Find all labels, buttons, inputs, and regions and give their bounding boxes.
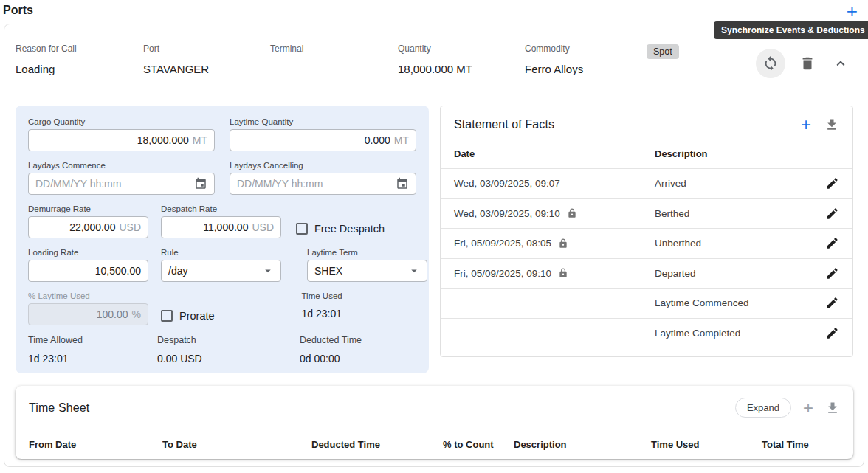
sof-row: Laytime Completed bbox=[441, 318, 852, 348]
laydays-commence-input[interactable]: DD/MM/YY hh:mm bbox=[28, 173, 215, 195]
pct-laytime-used-unit: % bbox=[132, 308, 141, 320]
loading-rate-label: Loading Rate bbox=[28, 248, 148, 257]
deducted-time-value: 0d 00:00 bbox=[300, 353, 416, 365]
pct-laytime-used-field: % Laytime Used 100.00 % bbox=[28, 291, 148, 325]
collapse-port-button[interactable] bbox=[830, 49, 852, 78]
event-date: Wed, 03/09/2025, 09:07 bbox=[454, 178, 560, 189]
calendar-icon[interactable] bbox=[396, 177, 409, 190]
demurrage-rate-value: 22,000.00 bbox=[69, 221, 115, 233]
event-date: Fri, 05/09/2025, 08:05 bbox=[454, 238, 551, 249]
edit-event-button[interactable] bbox=[825, 236, 839, 250]
column-header-deducted-time: Deducted Time bbox=[311, 439, 443, 450]
cargo-quantity-unit: MT bbox=[193, 134, 207, 146]
field-value: 18,000.000 MT bbox=[398, 63, 472, 75]
sync-tooltip: Synchronize Events & Deductions bbox=[714, 21, 868, 39]
field-commodity: Commodity Ferro Alloys bbox=[525, 44, 583, 75]
column-header-description: Description bbox=[655, 148, 708, 159]
field-value: Ferro Alloys bbox=[525, 63, 583, 75]
field-value: STAVANGER bbox=[143, 63, 209, 75]
despatch-label: Despatch bbox=[157, 335, 274, 345]
sof-row: Fri, 05/09/2025, 08:05 Unberthed bbox=[441, 228, 852, 258]
prorate-label[interactable]: Prorate bbox=[179, 310, 215, 322]
field-label: Reason for Call bbox=[16, 44, 77, 54]
deducted-time-field: Deducted Time 0d 00:00 bbox=[300, 335, 416, 365]
add-timesheet-row-button[interactable]: + bbox=[803, 401, 813, 415]
cargo-quantity-label: Cargo Quantity bbox=[28, 117, 215, 126]
laytime-term-label: Laytime Term bbox=[307, 248, 427, 257]
statement-of-facts-panel: Statement of Facts + Date Description We… bbox=[440, 106, 853, 357]
column-header-pct-to-count: % to Count bbox=[443, 439, 514, 450]
despatch-rate-input[interactable]: 11,000.00 USD bbox=[161, 216, 281, 238]
event-description: Laytime Completed bbox=[655, 328, 740, 339]
time-used-field: Time Used 1d 23:01 bbox=[302, 291, 417, 325]
caret-down-icon bbox=[407, 264, 421, 277]
despatch-rate-unit: USD bbox=[252, 221, 274, 233]
free-despatch-checkbox[interactable]: Free Despatch bbox=[296, 204, 385, 238]
checkbox-icon[interactable] bbox=[296, 223, 308, 235]
port-card: Reason for Call Loading Port STAVANGER T… bbox=[4, 24, 864, 467]
expand-button[interactable]: Expand bbox=[735, 398, 791, 418]
trash-icon bbox=[799, 55, 816, 72]
statement-of-facts-title: Statement of Facts bbox=[454, 118, 554, 131]
edit-event-button[interactable] bbox=[825, 176, 839, 190]
loading-rate-field: Loading Rate 10,500.00 bbox=[28, 248, 148, 282]
spot-badge: Spot bbox=[647, 44, 679, 59]
laytime-quantity-unit: MT bbox=[394, 134, 409, 146]
time-sheet-panel: Time Sheet Expand + From Date To Date De… bbox=[16, 386, 853, 459]
field-quantity: Quantity 18,000.000 MT bbox=[398, 44, 472, 75]
rule-label: Rule bbox=[161, 248, 281, 257]
delete-port-button[interactable] bbox=[793, 49, 822, 78]
laydays-cancelling-input[interactable]: DD/MM/YY hh:mm bbox=[230, 173, 416, 195]
column-header-time-used: Time Used bbox=[651, 439, 762, 450]
prorate-checkbox[interactable]: Prorate bbox=[161, 291, 276, 325]
download-icon[interactable] bbox=[825, 401, 840, 415]
laydays-commence-label: Laydays Commence bbox=[28, 161, 215, 170]
add-port-button[interactable]: + bbox=[847, 0, 858, 22]
demurrage-rate-input[interactable]: 22,000.00 USD bbox=[28, 216, 148, 238]
edit-event-button[interactable] bbox=[825, 326, 839, 340]
event-description: Arrived bbox=[655, 178, 686, 189]
event-date: Fri, 05/09/2025, 09:10 bbox=[454, 268, 551, 279]
laytime-term-value: SHEX bbox=[314, 265, 342, 277]
despatch-field: Despatch 0.00 USD bbox=[157, 335, 274, 365]
demurrage-rate-label: Demurrage Rate bbox=[28, 204, 148, 213]
edit-event-button[interactable] bbox=[825, 266, 839, 280]
free-despatch-label[interactable]: Free Despatch bbox=[314, 223, 385, 235]
rule-field: Rule /day bbox=[161, 248, 281, 282]
laytime-term-select[interactable]: SHEX bbox=[307, 260, 427, 282]
rule-select[interactable]: /day bbox=[161, 260, 281, 282]
time-used-label: Time Used bbox=[302, 291, 417, 300]
column-header-from-date: From Date bbox=[29, 439, 162, 450]
laydays-cancelling-placeholder: DD/MM/YY hh:mm bbox=[237, 178, 323, 190]
event-date: Wed, 03/09/2025, 09:10 bbox=[454, 208, 560, 219]
column-header-date: Date bbox=[454, 148, 655, 159]
sof-row: Laytime Commenced bbox=[441, 288, 852, 318]
time-allowed-label: Time Allowed bbox=[28, 335, 145, 345]
add-event-button[interactable]: + bbox=[801, 117, 811, 132]
sync-events-button[interactable] bbox=[756, 49, 785, 78]
event-description: Unberthed bbox=[655, 238, 701, 249]
loading-rate-input[interactable]: 10,500.00 bbox=[28, 260, 148, 282]
laydays-commence-placeholder: DD/MM/YY hh:mm bbox=[35, 178, 121, 190]
sof-row: Wed, 03/09/2025, 09:07 Arrived bbox=[441, 168, 852, 198]
event-description: Laytime Commenced bbox=[655, 297, 749, 308]
caret-down-icon bbox=[261, 264, 275, 277]
laytime-quantity-input[interactable]: 0.000 MT bbox=[230, 129, 416, 151]
rule-value: /day bbox=[168, 265, 187, 277]
cargo-quantity-input[interactable]: 18,000.000 MT bbox=[28, 129, 215, 151]
laydays-cancelling-field: Laydays Cancelling DD/MM/YY hh:mm bbox=[230, 161, 416, 195]
loading-rate-value: 10,500.00 bbox=[95, 265, 141, 277]
edit-event-button[interactable] bbox=[825, 296, 839, 310]
edit-event-button[interactable] bbox=[825, 207, 839, 221]
download-icon[interactable] bbox=[824, 117, 839, 132]
calendar-icon[interactable] bbox=[194, 177, 207, 190]
column-header-description: Description bbox=[514, 439, 651, 450]
demurrage-rate-field: Demurrage Rate 22,000.00 USD bbox=[28, 204, 148, 238]
laydays-cancelling-label: Laydays Cancelling bbox=[230, 161, 416, 170]
laydays-commence-field: Laydays Commence DD/MM/YY hh:mm bbox=[28, 161, 215, 195]
cargo-quantity-value: 18,000.000 bbox=[137, 134, 189, 146]
time-sheet-title: Time Sheet bbox=[29, 401, 89, 415]
checkbox-icon[interactable] bbox=[161, 310, 173, 322]
lock-icon bbox=[558, 238, 568, 249]
laytime-quantity-value: 0.000 bbox=[365, 134, 390, 146]
